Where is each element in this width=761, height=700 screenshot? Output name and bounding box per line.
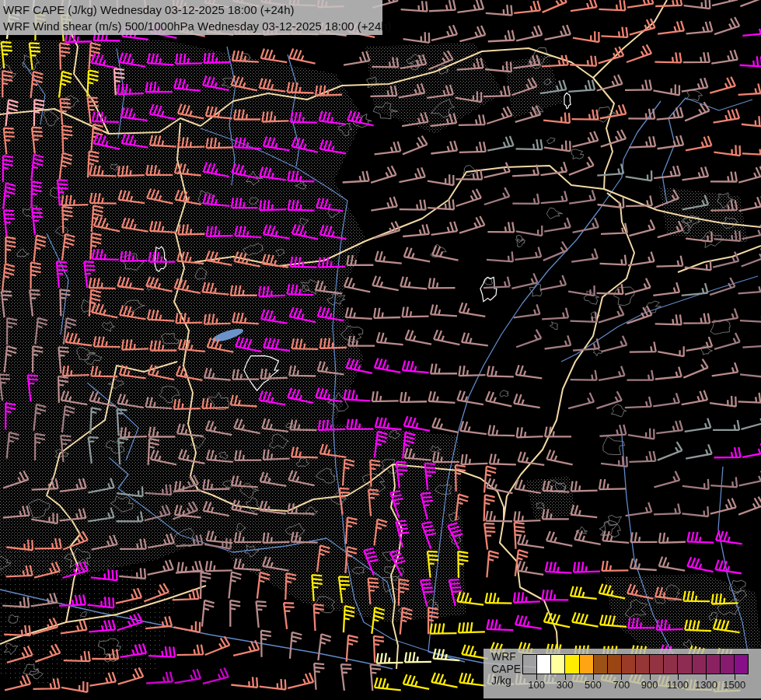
legend-cell	[551, 655, 565, 674]
weather-map-page: WRF CAPE (J/kg) Wednesday 03-12-2025 18:…	[0, 0, 761, 700]
legend-cell	[537, 655, 551, 674]
legend-cell	[636, 655, 650, 674]
legend-tick-label: 1500	[723, 679, 745, 691]
legend-tick-label: 1300	[695, 679, 717, 691]
legend-tick-label: 900	[641, 679, 658, 691]
legend-colorbar	[522, 654, 749, 674]
legend-units-label: J/kg	[491, 675, 521, 688]
legend-cell	[523, 655, 537, 674]
legend-tick-label: 500	[585, 679, 602, 691]
legend-variable-label: CAPE	[491, 663, 521, 676]
header-line-cape: WRF CAPE (J/kg) Wednesday 03-12-2025 18:…	[3, 2, 382, 18]
legend-cell	[735, 655, 748, 674]
legend-cell	[707, 655, 721, 674]
map-canvas	[0, 0, 761, 700]
legend-tick-label: 1100	[667, 679, 689, 691]
legend-tick-label: 300	[557, 679, 574, 691]
legend-cell	[650, 655, 664, 674]
legend-tick-label: 700	[613, 679, 630, 691]
legend-cell	[580, 655, 594, 674]
legend-cell	[594, 655, 608, 674]
header-line-shear: WRF Wind shear (m/s) 500/1000hPa Wednesd…	[3, 18, 382, 34]
legend-cell	[678, 655, 692, 674]
legend-labels: WRF CAPE J/kg	[491, 651, 521, 688]
legend-model-label: WRF	[491, 651, 521, 663]
legend-cell	[721, 655, 735, 674]
legend-panel: WRF CAPE J/kg 10030050070090011001300150…	[483, 649, 761, 698]
header-bar: WRF CAPE (J/kg) Wednesday 03-12-2025 18:…	[0, 0, 382, 35]
legend-cell	[608, 655, 622, 674]
legend-cell	[622, 655, 636, 674]
legend-cell	[693, 655, 707, 674]
legend-cell	[664, 655, 678, 674]
legend-cell	[565, 655, 579, 674]
legend-tick-label: 100	[528, 679, 545, 691]
